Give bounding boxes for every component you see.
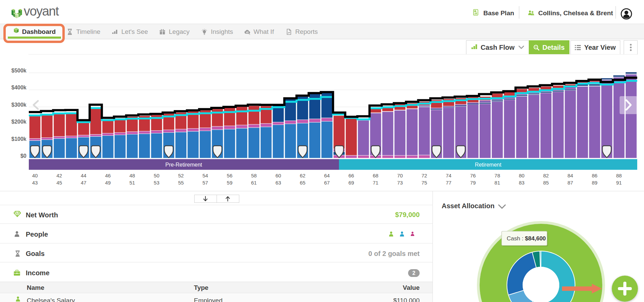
svg-text:77: 77: [446, 180, 451, 186]
svg-text:58: 58: [251, 173, 257, 178]
svg-text:$200k: $200k: [12, 119, 27, 125]
svg-text:88: 88: [616, 173, 622, 178]
svg-text:74: 74: [446, 173, 451, 178]
svg-text:Pre-Retirement: Pre-Retirement: [165, 162, 202, 168]
svg-text:75: 75: [421, 180, 427, 186]
svg-text:68: 68: [373, 173, 379, 178]
svg-text:78: 78: [495, 173, 500, 178]
svg-text:48: 48: [129, 173, 135, 178]
svg-text:64: 64: [324, 173, 330, 178]
svg-text:52: 52: [178, 173, 184, 178]
svg-text:79: 79: [470, 180, 476, 186]
svg-text:69: 69: [348, 180, 354, 186]
svg-text:86: 86: [592, 173, 598, 178]
svg-text:54: 54: [202, 173, 208, 178]
svg-text:$500k: $500k: [12, 68, 27, 73]
svg-text:91: 91: [616, 180, 622, 186]
svg-text:85: 85: [543, 180, 549, 186]
svg-text:$300k: $300k: [12, 102, 27, 108]
svg-text:$0: $0: [20, 153, 26, 159]
svg-text:51: 51: [129, 180, 135, 186]
svg-text:$400k: $400k: [12, 85, 27, 90]
svg-text:47: 47: [81, 180, 86, 186]
svg-text:56: 56: [227, 173, 233, 178]
svg-text:67: 67: [324, 180, 330, 186]
svg-text:81: 81: [495, 180, 500, 186]
svg-text:66: 66: [348, 173, 354, 178]
svg-text:57: 57: [202, 180, 208, 186]
svg-text:82: 82: [543, 173, 549, 178]
svg-text:55: 55: [178, 180, 184, 186]
svg-text:49: 49: [105, 180, 111, 186]
svg-text:43: 43: [32, 180, 38, 186]
svg-text:46: 46: [105, 173, 111, 178]
svg-text:83: 83: [519, 180, 525, 186]
svg-text:62: 62: [300, 173, 305, 178]
svg-text:70: 70: [397, 173, 403, 178]
svg-text:44: 44: [81, 173, 86, 178]
svg-text:76: 76: [470, 173, 476, 178]
svg-text:65: 65: [300, 180, 305, 186]
svg-text:45: 45: [56, 180, 62, 186]
svg-text:59: 59: [227, 180, 233, 186]
svg-text:60: 60: [276, 173, 281, 178]
svg-text:61: 61: [251, 180, 257, 186]
svg-text:50: 50: [154, 173, 160, 178]
svg-text:40: 40: [32, 173, 38, 178]
svg-text:Cash : $84,600: Cash : $84,600: [507, 235, 546, 242]
svg-text:80: 80: [519, 173, 525, 178]
svg-text:71: 71: [373, 180, 379, 186]
svg-text:87: 87: [567, 180, 573, 186]
svg-text:73: 73: [397, 180, 403, 186]
svg-text:89: 89: [592, 180, 598, 186]
svg-text:84: 84: [567, 173, 573, 178]
svg-text:53: 53: [154, 180, 160, 186]
svg-text:$100k: $100k: [12, 136, 27, 142]
svg-text:72: 72: [421, 173, 427, 178]
svg-text:42: 42: [56, 173, 62, 178]
svg-text:Retirement: Retirement: [475, 162, 502, 168]
svg-text:63: 63: [276, 180, 281, 186]
